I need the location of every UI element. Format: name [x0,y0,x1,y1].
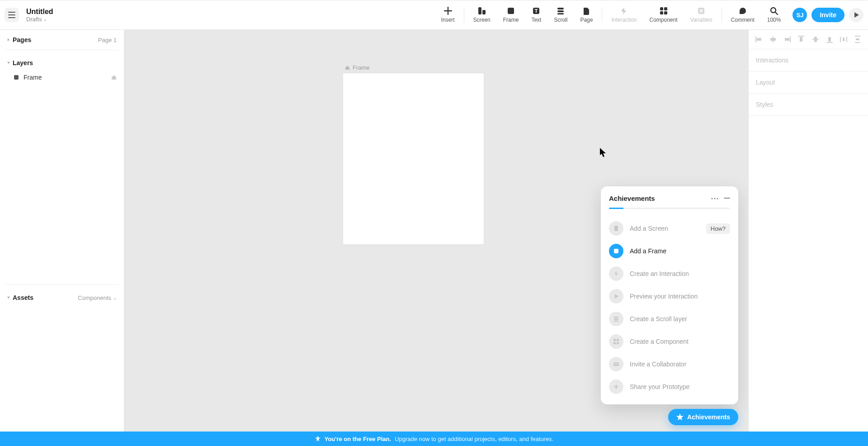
zoom-tool[interactable]: 100% [761,0,788,29]
variables-tool[interactable]: Variables [684,0,719,29]
svg-rect-25 [614,319,618,320]
achievement-preview-interaction[interactable]: Preview your Interaction [609,285,730,308]
upgrade-banner[interactable]: You're on the Free Plan. Upgrade now to … [0,432,868,446]
layout-section-header[interactable]: Layout [749,71,868,94]
svg-rect-35 [770,38,776,41]
plus-icon [444,7,452,15]
toolbar-separator [602,7,602,23]
interaction-label: Interaction [611,17,637,23]
svg-rect-9 [557,10,564,12]
svg-rect-2 [8,17,15,18]
how-button[interactable]: How? [706,223,730,234]
top-toolbar: Untitled Drafts ⌄ Insert Screen Frame T … [0,0,868,30]
achievement-add-frame[interactable]: Add a Frame [609,240,730,262]
main-area: Pages Page 1 Layers Frame Assets [0,30,868,432]
document-folder-dropdown[interactable]: Drafts ⌄ [26,16,53,23]
align-center-v-button[interactable] [811,35,820,43]
component-tool[interactable]: Component [643,0,684,29]
chevron-down-icon: ⌄ [43,17,47,22]
achievement-add-screen[interactable]: Add a Screen How? [609,217,730,240]
align-bottom-button[interactable] [826,35,834,43]
toolbar-right: SJ Invite [793,8,863,22]
sparkle-icon [315,436,321,442]
text-tool[interactable]: T Text [525,0,547,29]
pages-header[interactable]: Pages Page 1 [0,30,124,47]
align-top-icon [797,35,805,43]
comment-tool[interactable]: Comment [725,0,761,29]
distribute-v-button[interactable] [854,35,862,43]
cursor-icon [600,148,607,157]
svg-rect-39 [800,37,802,42]
align-top-button[interactable] [797,35,805,43]
svg-rect-23 [614,249,618,253]
achievement-label: Add a Frame [630,247,666,255]
comment-label: Comment [731,17,755,23]
align-right-icon [783,35,791,43]
align-right-button[interactable] [783,35,791,43]
achievement-create-scroll[interactable]: Create a Scroll layer [609,308,730,330]
align-left-button[interactable] [755,35,763,43]
page-icon [582,7,590,15]
right-panel: Interactions Layout Styles [748,30,868,432]
star-icon [676,413,684,421]
distribute-h-button[interactable] [840,35,848,43]
styles-section-header[interactable]: Styles [749,94,868,116]
svg-rect-26 [614,321,618,322]
text-label: Text [531,17,541,23]
achievement-invite-collaborator[interactable]: Invite a Collaborator [609,353,730,375]
layer-item-frame[interactable]: Frame [0,70,124,85]
svg-rect-46 [843,38,844,41]
frame-tool[interactable]: Frame [497,0,525,29]
screen-tool[interactable]: Screen [467,0,497,29]
page-tool[interactable]: Page [574,0,599,29]
achievement-label: Create a Scroll layer [630,315,687,323]
achievement-share-prototype[interactable]: Share your Prototype [609,375,730,398]
svg-rect-42 [826,42,833,43]
more-icon [711,198,718,199]
svg-rect-1 [8,14,15,15]
minimize-button[interactable] [724,198,730,199]
play-button[interactable] [849,8,863,22]
svg-rect-12 [664,7,667,10]
scroll-icon [557,7,565,15]
interaction-tool[interactable]: Interaction [605,0,643,29]
screen-icon [609,221,623,236]
canvas[interactable]: Frame Achievements [124,30,748,432]
canvas-frame-title[interactable]: Frame [345,64,370,71]
insert-tool[interactable]: Insert [435,0,461,29]
screen-icon [478,7,486,15]
svg-rect-30 [617,342,619,344]
frame-icon [609,244,623,258]
document-folder-label: Drafts [26,16,42,23]
scroll-tool[interactable]: Scroll [547,0,574,29]
interactions-section-header[interactable]: Interactions [749,49,868,71]
svg-rect-29 [613,342,616,344]
pages-current: Page 1 [98,37,117,43]
svg-rect-41 [814,37,817,42]
svg-rect-14 [664,11,667,14]
document-title[interactable]: Untitled [26,7,53,16]
svg-rect-13 [660,11,663,14]
achievement-create-component[interactable]: Create a Component [609,330,730,353]
user-avatar[interactable]: SJ [793,8,807,22]
assets-filter-dropdown[interactable]: Components ⌄ [78,294,117,301]
invite-button[interactable]: Invite [811,8,844,22]
menu-button[interactable] [5,8,19,22]
svg-rect-38 [798,36,804,37]
achievements-header: Achievements [609,195,730,202]
svg-rect-3 [478,7,481,14]
achievement-label: Share your Prototype [630,383,689,390]
svg-rect-48 [855,42,860,43]
home-icon [111,75,117,80]
scroll-label: Scroll [554,17,567,23]
achievement-create-interaction[interactable]: Create an Interaction [609,262,730,285]
divider [5,285,118,285]
achievements-button[interactable]: Achievements [668,409,738,425]
more-button[interactable] [711,198,718,199]
canvas-frame[interactable] [343,73,484,244]
layers-header[interactable]: Layers [0,53,124,70]
assets-header[interactable]: Assets Components ⌄ [0,288,124,305]
align-center-h-button[interactable] [769,35,777,43]
screen-label: Screen [473,17,491,23]
frame-icon [507,7,515,15]
